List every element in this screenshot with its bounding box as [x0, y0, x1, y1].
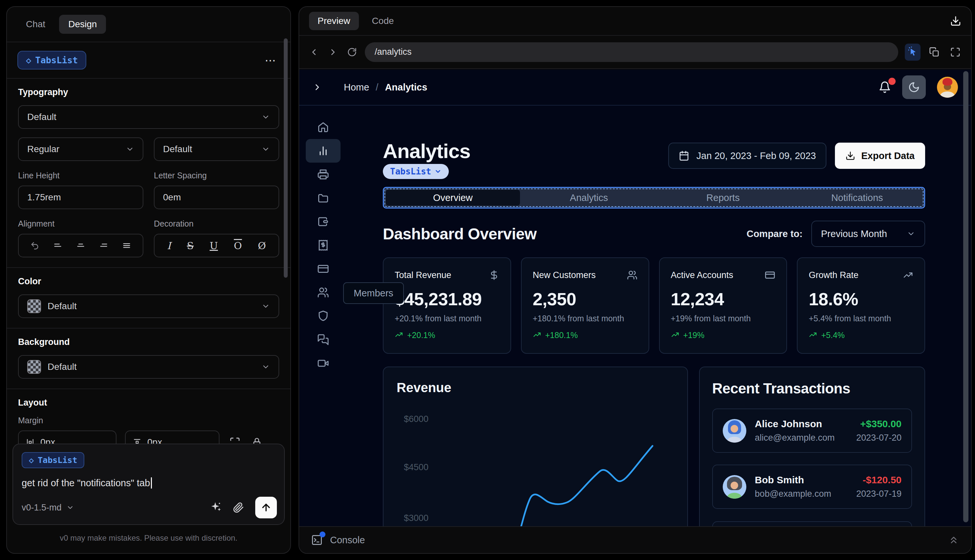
refresh-icon[interactable] — [346, 46, 358, 58]
fullscreen-icon[interactable] — [948, 45, 963, 59]
members-tooltip: Members — [343, 282, 404, 304]
credit-card-icon — [765, 270, 775, 280]
back-icon[interactable] — [308, 46, 320, 58]
composer-component-chip[interactable]: ◇ TabsList — [22, 452, 84, 468]
chevron-down-icon — [66, 503, 74, 512]
sidebar-item-receipt[interactable] — [306, 233, 341, 257]
tab-code[interactable]: Code — [364, 12, 402, 30]
tab-overview[interactable]: Overview — [386, 190, 520, 205]
chevrons-up-icon[interactable] — [948, 535, 959, 545]
sidebar-item-messages[interactable] — [306, 328, 341, 352]
section-title: Dashboard Overview — [383, 225, 537, 243]
design-panel: Chat Design ◇ TabsList ⋯ Typography Defa… — [6, 6, 291, 554]
panel-tab-bar: Chat Design — [7, 7, 290, 42]
transaction-row[interactable]: Alice Johnson alice@example.com +$350.00… — [712, 408, 912, 453]
underline-icon[interactable]: U — [210, 240, 218, 252]
stat-sub: +20.1% from last month — [395, 314, 499, 323]
sidebar-toggle-icon[interactable] — [312, 82, 322, 92]
trend-up-icon — [395, 331, 403, 340]
sparkles-icon[interactable] — [210, 501, 222, 514]
color-select[interactable]: Default — [18, 295, 279, 318]
sidebar-item-home[interactable] — [306, 115, 341, 139]
sidebar-item-members[interactable] — [306, 281, 341, 304]
sidebar-item-billing[interactable] — [306, 257, 341, 281]
color-section: Color Default — [7, 268, 290, 328]
transaction-amount: -$120.50 — [863, 475, 902, 485]
console-bar[interactable]: Console — [299, 526, 971, 553]
chevron-down-icon — [126, 145, 134, 153]
page-title: Analytics — [383, 139, 471, 163]
compare-value: Previous Month — [821, 228, 887, 239]
component-inspect-badge[interactable]: TabsList — [383, 164, 449, 179]
strikethrough-icon[interactable]: S — [187, 240, 194, 252]
app-header: Home / Analytics — [299, 70, 971, 105]
font-family-select[interactable]: Default — [18, 105, 279, 129]
trending-up-icon — [903, 270, 913, 280]
sidebar-item-printer[interactable] — [306, 163, 341, 186]
tab-design[interactable]: Design — [59, 15, 106, 34]
chat-composer[interactable]: ◇ TabsList get rid of the "notifications… — [12, 443, 285, 525]
align-justify-icon[interactable] — [122, 241, 131, 250]
composer-input[interactable]: get rid of the "notifications" tab — [22, 477, 275, 488]
date-range-picker[interactable]: Jan 20, 2023 - Feb 09, 2023 — [668, 143, 826, 169]
background-label: Background — [18, 337, 279, 347]
tab-preview[interactable]: Preview — [309, 12, 359, 30]
breadcrumb-home[interactable]: Home — [344, 82, 369, 93]
model-select[interactable]: v0-1.5-md — [22, 503, 74, 513]
tab-reports[interactable]: Reports — [656, 188, 790, 208]
sidebar-item-analytics[interactable] — [306, 139, 341, 163]
browser-toolbar: /analytics — [299, 36, 971, 69]
breadcrumb-current: Analytics — [385, 82, 427, 93]
sidebar-item-security[interactable] — [306, 304, 341, 328]
theme-toggle-button[interactable] — [902, 75, 926, 99]
align-right-icon[interactable] — [99, 241, 108, 250]
inspect-cursor-icon[interactable] — [905, 43, 920, 61]
undo-icon[interactable] — [30, 241, 39, 250]
font-weight-value: Regular — [27, 144, 59, 155]
sidebar-item-folder[interactable] — [306, 186, 341, 210]
overline-icon[interactable]: O — [234, 240, 242, 252]
font-size-value: Default — [163, 144, 192, 155]
align-left-icon[interactable] — [53, 241, 62, 250]
trend-up-icon — [671, 331, 679, 340]
download-icon — [845, 151, 855, 161]
send-button[interactable] — [255, 497, 277, 518]
breadcrumb: Home / Analytics — [344, 82, 427, 93]
stat-value: 2,350 — [533, 289, 638, 309]
more-options-icon[interactable]: ⋯ — [262, 57, 280, 63]
transaction-amount: +$350.00 — [860, 418, 902, 430]
letter-spacing-input[interactable]: 0em — [154, 185, 279, 209]
url-input[interactable]: /analytics — [365, 42, 898, 62]
no-decoration-icon[interactable]: Ø — [258, 240, 266, 252]
sidebar-item-wallet[interactable] — [306, 210, 341, 233]
tab-chat[interactable]: Chat — [17, 15, 55, 34]
font-weight-select[interactable]: Regular — [18, 137, 144, 161]
tab-analytics[interactable]: Analytics — [522, 188, 656, 208]
background-select[interactable]: Default — [18, 355, 279, 379]
transaction-row[interactable]: Bob Smith bob@example.com -$120.50 2023-… — [712, 465, 912, 509]
italic-icon[interactable]: I — [167, 240, 171, 252]
forward-icon[interactable] — [327, 46, 339, 58]
trend-up-icon — [533, 331, 541, 340]
selected-component-badge[interactable]: ◇ TabsList — [17, 51, 86, 70]
font-size-select[interactable]: Default — [154, 137, 279, 161]
compare-select[interactable]: Previous Month — [811, 221, 925, 247]
line-height-input[interactable]: 1.75rem — [18, 185, 144, 209]
sidebar-item-video[interactable] — [306, 352, 341, 375]
paperclip-icon[interactable] — [233, 502, 244, 513]
notifications-bell-icon[interactable] — [878, 81, 891, 93]
background-value: Default — [48, 362, 77, 372]
stat-card-growth-rate: Growth Rate 18.6% +5.4% from last month … — [797, 257, 925, 354]
align-center-icon[interactable] — [76, 241, 85, 250]
stat-title: New Customers — [533, 270, 596, 280]
user-avatar[interactable] — [937, 77, 958, 98]
tab-notifications[interactable]: Notifications — [790, 188, 924, 208]
preview-scrollbar[interactable] — [963, 71, 968, 522]
copy-icon[interactable] — [927, 45, 942, 59]
panel-scrollbar[interactable] — [284, 38, 288, 278]
chevron-down-icon — [434, 168, 442, 175]
export-data-button[interactable]: Export Data — [835, 143, 925, 169]
console-label: Console — [330, 535, 365, 545]
decoration-label: Decoration — [154, 219, 279, 228]
download-icon[interactable] — [950, 15, 961, 27]
